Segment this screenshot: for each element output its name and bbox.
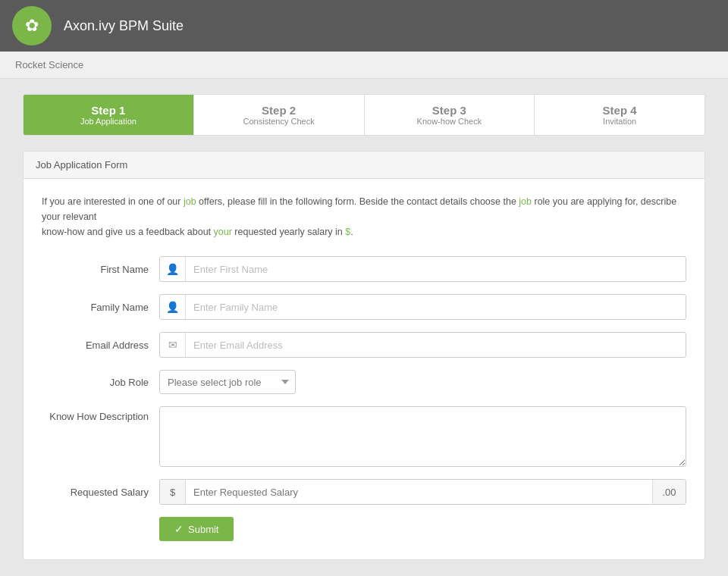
- sub-header: Rocket Science: [0, 52, 728, 79]
- know-how-row: Know How Description: [42, 406, 686, 467]
- family-name-input-wrap: 👤: [159, 294, 686, 320]
- breadcrumb: Rocket Science: [15, 59, 83, 70]
- first-name-input[interactable]: [186, 257, 686, 281]
- steps-container: Step 1 Job Application Step 2 Consistenc…: [23, 94, 705, 136]
- job-role-select[interactable]: Please select job role Software Engineer…: [159, 370, 296, 394]
- form-description: If you are interested in one of our job …: [42, 194, 686, 239]
- app-header: ✿ Axon.ivy BPM Suite: [0, 0, 728, 52]
- step-1-label: Job Application: [31, 117, 186, 126]
- know-how-textarea[interactable]: [159, 406, 686, 467]
- job-role-row: Job Role Please select job role Software…: [42, 370, 686, 394]
- step-4-label: Invitation: [542, 117, 697, 126]
- salary-row: Requested Salary $ .00: [42, 479, 686, 505]
- step-2[interactable]: Step 2 Consistency Check: [194, 95, 365, 135]
- form-card-header: Job Application Form: [24, 152, 704, 179]
- step-4-number: Step 4: [542, 104, 697, 117]
- step-2-label: Consistency Check: [202, 117, 356, 126]
- leaf-icon: ✿: [25, 16, 39, 36]
- header-title: Axon.ivy BPM Suite: [64, 18, 184, 34]
- salary-suffix: .00: [652, 480, 686, 504]
- email-row: Email Address ✉: [42, 332, 686, 358]
- salary-input-wrap: $ .00: [159, 479, 686, 505]
- submit-label: Submit: [188, 524, 218, 535]
- first-name-label: First Name: [42, 264, 159, 275]
- form-card-title: Job Application Form: [36, 159, 127, 171]
- step-1[interactable]: Step 1 Job Application: [24, 95, 194, 135]
- email-input[interactable]: [186, 333, 686, 357]
- first-name-row: First Name 👤: [42, 256, 686, 282]
- step-1-number: Step 1: [31, 104, 186, 117]
- family-name-row: Family Name 👤: [42, 294, 686, 320]
- checkmark-icon: ✓: [174, 523, 184, 535]
- person-icon: 👤: [160, 257, 186, 281]
- form-card: Job Application Form If you are interest…: [23, 151, 705, 560]
- salary-input[interactable]: [186, 480, 652, 504]
- know-how-label: Know How Description: [42, 406, 159, 422]
- step-3[interactable]: Step 3 Know-how Check: [365, 95, 535, 135]
- step-2-number: Step 2: [202, 104, 356, 117]
- email-label: Email Address: [42, 340, 159, 351]
- salary-label: Requested Salary: [42, 487, 159, 498]
- email-input-wrap: ✉: [159, 332, 686, 358]
- step-3-label: Know-how Check: [372, 117, 527, 126]
- submit-button[interactable]: ✓ Submit: [159, 517, 234, 541]
- submit-row: ✓ Submit: [42, 517, 686, 541]
- person-icon-2: 👤: [160, 295, 186, 319]
- logo: ✿: [12, 6, 52, 45]
- email-icon: ✉: [160, 333, 186, 357]
- step-3-number: Step 3: [372, 104, 527, 117]
- job-role-label: Job Role: [42, 377, 159, 388]
- main-content: Step 1 Job Application Step 2 Consistenc…: [0, 79, 728, 575]
- salary-prefix-icon: $: [160, 480, 186, 504]
- form-card-body: If you are interested in one of our job …: [24, 179, 704, 559]
- family-name-input[interactable]: [186, 295, 686, 319]
- first-name-input-wrap: 👤: [159, 256, 686, 282]
- step-4[interactable]: Step 4 Invitation: [535, 95, 704, 135]
- family-name-label: Family Name: [42, 302, 159, 313]
